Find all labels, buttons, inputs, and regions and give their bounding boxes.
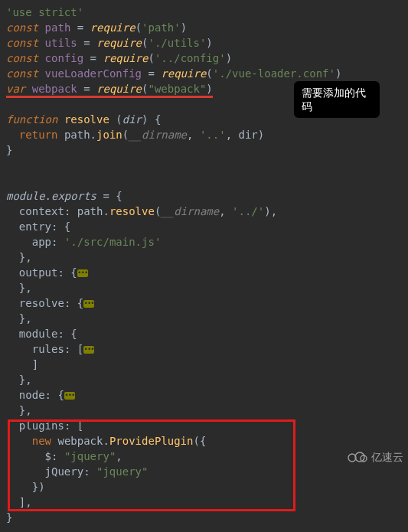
fold-icon[interactable] (83, 346, 94, 354)
fold-icon[interactable] (64, 392, 75, 400)
watermark: 亿速云 (347, 449, 403, 465)
ident-path: path (45, 21, 71, 34)
annotation-tooltip: 需要添加的代码 (294, 81, 380, 118)
string-literal: 'use strict' (6, 6, 83, 18)
cloud-icon (347, 451, 368, 463)
keyword-const: const (6, 21, 38, 34)
watermark-text: 亿速云 (371, 449, 403, 465)
fold-icon[interactable] (83, 300, 94, 308)
call-require: require (90, 21, 135, 34)
fold-icon[interactable] (77, 269, 88, 277)
tooltip-text: 需要添加的代码 (302, 86, 366, 113)
svg-point-1 (355, 452, 364, 462)
fn-resolve: resolve (64, 113, 109, 126)
added-line-highlight: var webpack = require("webpack") (6, 83, 213, 98)
